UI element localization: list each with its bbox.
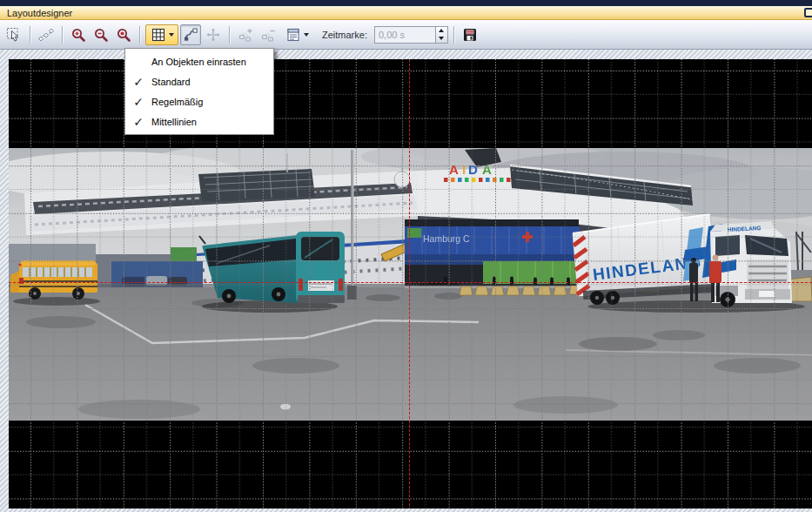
- zeitmarke-input[interactable]: [374, 26, 435, 44]
- center-line-horizontal: [9, 282, 812, 283]
- zeitmarke-control: [374, 26, 448, 44]
- select-tool-icon: [6, 27, 22, 43]
- grid-options-button[interactable]: [145, 24, 178, 45]
- separator: [453, 26, 454, 44]
- move-anchor-button[interactable]: [203, 24, 224, 45]
- terminal-sign-text: Hamburg C: [423, 233, 470, 244]
- menu-item-regelmaessig[interactable]: ✓ Regelmäßig: [125, 91, 273, 111]
- chevron-down-icon: [169, 33, 174, 37]
- float-window-button[interactable]: [804, 8, 812, 17]
- zoom-in-icon: [70, 27, 86, 43]
- center-line-vertical: [409, 59, 410, 509]
- menu-item-standard[interactable]: ✓ Standard: [125, 71, 273, 91]
- zoom-reset-icon: [116, 27, 131, 43]
- path-points-tool-button[interactable]: [36, 24, 57, 45]
- separator: [30, 26, 30, 44]
- check-icon: ✓: [125, 116, 151, 128]
- object-list-icon: [285, 27, 301, 43]
- window-edge: [0, 0, 812, 6]
- window-title: Layoutdesigner: [7, 8, 72, 18]
- separator: [139, 26, 140, 44]
- zeitmarke-label: Zeitmarke:: [322, 30, 367, 40]
- menu-item-label: Regelmäßig: [151, 97, 273, 107]
- object-list-button[interactable]: [280, 24, 313, 45]
- menu-item-mittellinien[interactable]: ✓ Mittellinien: [125, 111, 273, 131]
- separator: [62, 26, 63, 44]
- menu-item-label: Mittellinien: [151, 117, 273, 127]
- menu-item-label: Standard: [151, 77, 273, 87]
- move-anchor-icon: [205, 27, 221, 43]
- check-icon: ✓: [125, 76, 151, 88]
- chevron-down-icon: [304, 33, 309, 37]
- save-floppy-icon: [462, 27, 478, 43]
- motion-path-button[interactable]: [180, 24, 201, 45]
- triangle-up-icon: [439, 29, 444, 32]
- add-keyframe-icon: [238, 27, 253, 43]
- menu-item-label: An Objekten einrasten: [151, 57, 273, 67]
- harbor-photo[interactable]: A I D A: [9, 148, 812, 421]
- remove-keyframe-icon: [260, 27, 276, 43]
- save-button[interactable]: [460, 24, 480, 45]
- grid-options-menu: An Objekten einrasten ✓ Standard ✓ Regel…: [124, 48, 274, 135]
- spinner-down-button[interactable]: [436, 35, 447, 43]
- titlebar[interactable]: Layoutdesigner: [0, 6, 812, 20]
- triangle-down-icon: [439, 37, 444, 40]
- separator: [229, 26, 230, 44]
- check-icon: ✓: [125, 96, 151, 108]
- select-tool-button[interactable]: [3, 24, 24, 45]
- zoom-out-icon: [93, 27, 109, 43]
- spinner-up-button[interactable]: [436, 27, 447, 35]
- grid-icon: [151, 27, 166, 43]
- path-points-icon: [38, 27, 54, 43]
- canvas-margin: A I D A: [0, 50, 812, 512]
- aida-logo: A I D A: [449, 162, 492, 177]
- remove-keyframe-button[interactable]: [258, 24, 278, 45]
- toolbar: Zeitmarke:: [0, 20, 812, 50]
- motion-path-icon: [183, 27, 198, 43]
- zoom-in-button[interactable]: [68, 24, 89, 45]
- zoom-out-button[interactable]: [91, 24, 111, 45]
- add-keyframe-button[interactable]: [235, 24, 256, 45]
- school-bus: [10, 260, 100, 306]
- zeitmarke-spinner: [435, 26, 448, 44]
- layoutdesigner-window: Layoutdesigner: [0, 0, 812, 512]
- menu-item-an-objekten-einrasten[interactable]: An Objekten einrasten: [125, 51, 273, 71]
- zoom-reset-button[interactable]: [113, 24, 134, 45]
